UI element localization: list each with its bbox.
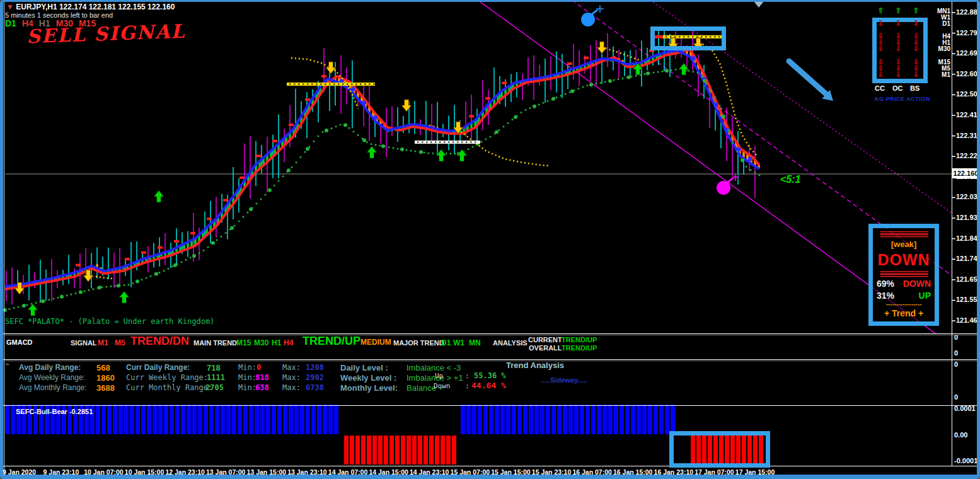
gmacd-item: MAJOR TREND — [393, 339, 444, 347]
ranges-item: Curr Monthly Range: — [126, 383, 212, 392]
ranges-item: Min: — [238, 383, 257, 392]
direction-label: DOWN — [877, 251, 930, 269]
gmacd-item: M5 — [115, 338, 125, 347]
ranges-item: 718 — [207, 363, 221, 372]
gmacd-item: M15 — [236, 338, 251, 347]
gmacd-item: CURRENT — [528, 336, 562, 343]
ranges-item: Max: — [282, 383, 301, 392]
divider: ----------------- — [886, 303, 922, 306]
mt4-chart-window: ▼ EURJPY,H1 122.174 122.181 122.155 122.… — [0, 0, 980, 479]
strength-label: [weak] — [891, 240, 916, 249]
down-arrow-icon: ⇓ — [877, 70, 884, 79]
kg-row-label: M1 — [942, 71, 950, 78]
down-arrow-icon: ⇓ — [895, 70, 901, 79]
up-arrow-icon: ⇑ — [913, 6, 919, 15]
gmacd-item: OVERALL — [529, 344, 562, 352]
divider: ============================ — [880, 231, 928, 238]
trend-label: + Trend + — [884, 308, 923, 318]
gmacd-item: MEDIUM — [360, 338, 391, 347]
down-percent-row: 69% DOWN — [877, 279, 931, 289]
ranges-item: Up — [435, 372, 443, 380]
gmacd-item: H4 — [284, 338, 293, 347]
gmacd-item: TREND/UP — [562, 336, 597, 343]
down-arrow-icon: ⇓ — [877, 44, 884, 53]
down-arrow-icon: ⇓ — [895, 44, 901, 53]
gmacd-item: D1 — [441, 338, 451, 347]
symbol-quote-line: EURJPY,H1 122.174 122.181 122.155 122.16… — [16, 3, 175, 11]
ranges-item: 3688 — [96, 383, 115, 393]
tf-status-d1: D1 — [5, 18, 16, 28]
ranges-item: 0 — [257, 363, 261, 372]
window-border-top — [0, 0, 980, 2]
down-arrow-icon: ⇓ — [913, 19, 919, 28]
ranges-item: : — [465, 382, 470, 390]
ranges-item: 44.64 % — [471, 381, 506, 390]
current-price-tag: 122.160 — [952, 168, 979, 178]
ranges-item: Down — [434, 382, 451, 390]
gmacd-item: GMACD — [6, 338, 33, 346]
ranges-item: 568 — [96, 363, 110, 372]
ranges-item: 1111 — [207, 373, 225, 382]
ranges-item: 818 — [255, 373, 269, 382]
ranges-item: 2902 — [306, 373, 324, 382]
kg-row-label: D1 — [942, 20, 950, 27]
gmacd-item: MAIN TREND — [193, 339, 237, 347]
ranges-item: Weekly Level : — [340, 373, 396, 383]
ranges-item: Avg Daily Range: — [19, 363, 81, 372]
down-arrow-icon: ⇓ — [895, 19, 901, 28]
ranges-item: : — [465, 372, 470, 380]
divider: ============================ — [880, 271, 928, 277]
gmacd-item: M30 — [254, 338, 268, 347]
down-arrow-icon: ⇓ — [913, 70, 919, 79]
ranges-item: 2705 — [205, 383, 224, 392]
kg-column-label: OC — [892, 84, 903, 92]
ranges-item: Min: — [238, 373, 257, 382]
risk-reward-text: <5:1 — [780, 174, 800, 185]
symbol-dropdown-icon[interactable]: ▼ — [6, 3, 14, 11]
up-percent-row: 31% UP — [877, 291, 931, 301]
kg-column-label: BS — [910, 84, 919, 92]
ranges-item: Trend Analysis — [506, 361, 564, 370]
window-border-right — [977, 0, 980, 479]
up-arrow-icon: ⇑ — [895, 6, 901, 15]
ranges-item: Max: — [282, 373, 301, 382]
up-arrow-icon: ⇑ — [877, 6, 884, 15]
ranges-item: Avg Weekly Range: — [19, 373, 85, 382]
window-border-bottom — [0, 475, 980, 479]
chart-title: ▼ EURJPY,H1 122.174 122.181 122.155 122.… — [6, 3, 175, 11]
ranges-item: 6738 — [306, 383, 324, 392]
gmacd-item: TREND/DN — [130, 335, 189, 348]
ranges-item: 1860 — [96, 373, 115, 383]
histogram-highlight-box — [669, 431, 770, 468]
kg-panel-footer: KG PRICE ACTION — [875, 96, 930, 102]
ranges-item: Curr Daily Range: — [126, 363, 190, 372]
gmacd-item: M1 — [98, 338, 108, 347]
window-border-left — [0, 0, 3, 479]
ranges-item: Avg Monthly Range: — [19, 383, 87, 392]
gmacd-item: SIGNAL — [71, 339, 97, 347]
kg-column-label: CC — [875, 84, 885, 92]
ranges-item: Max: — [282, 363, 301, 372]
gmacd-item: MN — [469, 338, 481, 347]
gmacd-item: TREND/UP — [562, 344, 597, 352]
ranges-item: Curr Weekly Range: — [126, 373, 208, 382]
gmacd-item: ANALYSIS — [493, 339, 527, 347]
ranges-item: Monthly Level: — [340, 383, 398, 393]
ranges-item: 638 — [255, 383, 269, 392]
down-arrow-icon: ⇓ — [913, 44, 919, 53]
down-arrow-icon: ⇓ — [877, 19, 884, 28]
resistance-highlight-box — [650, 26, 726, 50]
ranges-item: Daily Level : — [340, 363, 388, 372]
gmacd-item: TREND/UP — [303, 335, 360, 348]
panel-separators — [0, 0, 980, 479]
ranges-item: .....Sideway..... — [541, 376, 587, 384]
sefc-palato-note: SEFC *PALATO* - (Palato = Under earth Ki… — [5, 317, 214, 326]
gmacd-item: W1 — [453, 338, 464, 347]
trend-strength-panel: ============================ [weak] DOWN… — [868, 224, 939, 326]
gmacd-item: H1 — [272, 338, 281, 347]
ranges-item: Min: — [238, 363, 257, 372]
ranges-item: 55.36 % — [474, 371, 506, 380]
kg-row-label: M30 — [938, 45, 950, 52]
ranges-item: ~ — [5, 361, 9, 368]
ranges-item: Imbalance < -3 — [406, 363, 461, 372]
